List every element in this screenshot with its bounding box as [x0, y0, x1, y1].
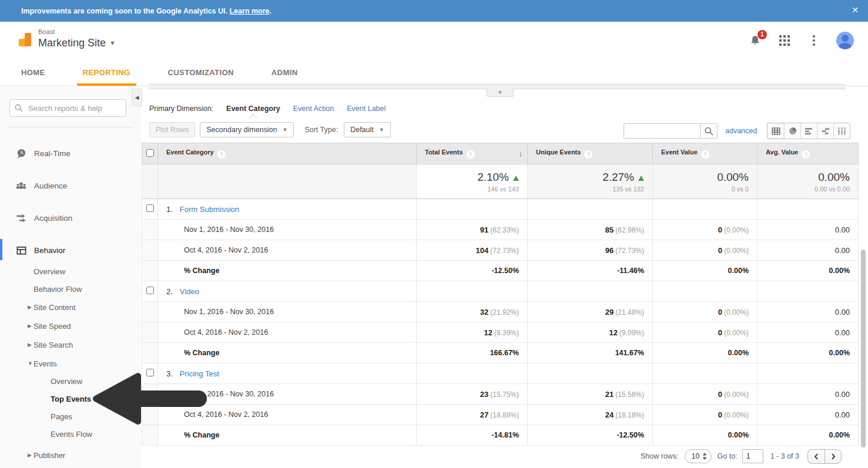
notifications-button[interactable]: 1 — [748, 33, 762, 48]
help-icon[interactable]: ? — [802, 150, 810, 159]
comparison-icon — [821, 127, 830, 135]
row-range: 1 - 3 of 3 — [770, 452, 799, 460]
table-row: Oct 4, 2016 - Nov 2, 2016 12(8.39%) 12(9… — [142, 322, 859, 343]
promo-banner: Improvements are coming soon to the Goog… — [0, 0, 868, 22]
nav-home[interactable]: HOME — [15, 59, 51, 86]
previous-page-button[interactable] — [807, 449, 825, 464]
nav-admin[interactable]: ADMIN — [266, 59, 304, 86]
help-icon[interactable]: ? — [217, 150, 226, 159]
help-icon[interactable]: ? — [467, 150, 475, 159]
vertical-scrollbar[interactable] — [861, 250, 866, 447]
goto-page-input[interactable] — [742, 449, 763, 463]
event-category-link[interactable]: Form Submission — [180, 205, 239, 214]
col-unique-events[interactable]: Unique Events? — [528, 143, 653, 164]
up-arrow-icon — [638, 176, 644, 181]
show-rows-label: Show rows: — [641, 452, 679, 460]
row-checkbox[interactable] — [146, 369, 154, 376]
property-selector[interactable]: Marketing Site▼ — [38, 37, 116, 49]
sidebar-item-events[interactable]: ▼Events — [0, 355, 141, 372]
chevron-right-icon: ▶ — [28, 323, 33, 329]
apps-grid-icon — [779, 35, 790, 46]
sidebar-item-realtime[interactable]: Real-Time — [0, 144, 141, 162]
sidebar-item-audience[interactable]: Audience — [0, 177, 141, 194]
chevron-down-icon: ▼ — [379, 127, 384, 133]
plot-rows-button[interactable]: Plot Rows — [149, 122, 195, 137]
table-row: Oct 4, 2016 - Nov 2, 2016 27(18.88%) 24(… — [142, 405, 859, 425]
view-table-button[interactable] — [768, 123, 784, 139]
sidebar-divider — [7, 127, 134, 127]
sidebar-item-site-speed[interactable]: ▶Site Speed — [0, 318, 141, 334]
sidebar-item-site-content[interactable]: ▶Site Content — [0, 299, 141, 315]
dimension-event-label[interactable]: Event Label — [347, 105, 386, 113]
acquisition-icon — [15, 212, 27, 224]
sidebar-item-pages[interactable]: Pages — [0, 408, 141, 425]
chevron-down-icon: ▼ — [28, 361, 33, 366]
view-comparison-button[interactable] — [817, 123, 833, 139]
sidebar-search[interactable] — [9, 99, 126, 117]
show-rows-select[interactable]: 10 — [685, 449, 712, 463]
more-options-button[interactable] — [807, 33, 821, 48]
chevron-down-icon: ▼ — [283, 127, 288, 133]
chevron-down-icon: ▼ — [109, 39, 116, 46]
col-total-events[interactable]: Total Events?↓ — [417, 143, 528, 164]
primary-dimension-label: Primary Dimension: — [149, 105, 213, 113]
dimension-event-action[interactable]: Event Action — [293, 105, 334, 113]
row-checkbox[interactable] — [146, 204, 154, 212]
summary-total-events: 2.10%146 vs 143 — [417, 164, 528, 199]
chart-expand-tab[interactable]: ▼ — [487, 89, 514, 97]
bar-chart-icon — [805, 127, 813, 135]
sidebar-search-input[interactable] — [27, 103, 118, 113]
row-checkbox[interactable] — [146, 287, 154, 294]
next-page-button[interactable] — [825, 449, 842, 464]
event-category-link[interactable]: Pricing Test — [180, 369, 219, 378]
sidebar-item-behavior[interactable]: Behavior — [0, 241, 141, 259]
goto-label: Go to: — [718, 452, 738, 460]
chevron-down-icon: ▼ — [498, 90, 502, 95]
help-icon[interactable]: ? — [701, 150, 709, 159]
secondary-dimension-button[interactable]: Secondary dimension▼ — [200, 122, 294, 137]
sidebar-item-top-events[interactable]: Top Events — [0, 390, 141, 407]
table-row: Oct 4, 2016 - Nov 2, 2016 104(72.73%) 96… — [142, 240, 859, 261]
dimension-event-category[interactable]: Event Category — [226, 105, 280, 113]
advanced-search-link[interactable]: advanced — [725, 127, 757, 135]
sidebar-collapse-button[interactable]: ◀ — [132, 89, 142, 106]
apps-grid-button[interactable] — [777, 33, 792, 48]
help-icon[interactable]: ? — [584, 150, 592, 159]
nav-reporting[interactable]: REPORTING — [77, 59, 136, 86]
sidebar-item-acquisition[interactable]: Acquisition — [0, 209, 141, 227]
view-performance-button[interactable] — [800, 123, 817, 139]
col-event-category[interactable]: Event Category? — [158, 143, 417, 164]
summary-avg-value: 0.00%0.00 vs 0.00 — [758, 164, 859, 199]
col-event-value[interactable]: Event Value? — [653, 143, 758, 164]
table-row: 2.Video — [142, 281, 859, 302]
banner-close-icon[interactable]: ✕ — [852, 5, 859, 15]
analytics-logo-icon — [18, 32, 34, 48]
event-category-link[interactable]: Video — [180, 287, 199, 296]
pivot-icon — [837, 127, 846, 135]
view-percentage-button[interactable] — [784, 123, 800, 139]
behavior-icon — [15, 244, 27, 256]
sidebar-item-events-overview[interactable]: Overview — [0, 373, 141, 389]
view-pivot-button[interactable] — [833, 123, 850, 139]
primary-dimension-row: Primary Dimension: Event Category Event … — [149, 105, 386, 113]
user-avatar[interactable] — [836, 32, 854, 49]
nav-customization[interactable]: CUSTOMIZATION — [162, 59, 240, 86]
sidebar-item-site-search[interactable]: ▶Site Search — [0, 336, 141, 353]
account-name: Boast — [38, 28, 55, 35]
table-row: % Change -14.81% -12.50% 0.00% 0.00% — [142, 425, 859, 446]
learn-more-link[interactable]: Learn more — [229, 7, 269, 15]
col-avg-value[interactable]: Avg. Value? — [758, 143, 859, 164]
sidebar-item-behavior-flow[interactable]: Behavior Flow — [0, 281, 141, 297]
realtime-icon — [15, 147, 27, 159]
sort-descending-icon[interactable]: ↓ — [519, 149, 523, 158]
sort-type-button[interactable]: Default▼ — [344, 122, 391, 137]
sidebar-item-behavior-overview[interactable]: Overview — [0, 263, 141, 280]
summary-unique-events: 2.27%135 vs 132 — [528, 164, 653, 199]
select-all-checkbox[interactable] — [146, 149, 154, 157]
summary-row: 2.10%146 vs 143 2.27%135 vs 132 0.00%0 v… — [142, 164, 859, 199]
sidebar-item-events-flow[interactable]: Events Flow — [0, 426, 141, 442]
banner-text: Improvements are coming soon to the Goog… — [21, 7, 227, 15]
table-search-input[interactable] — [624, 123, 700, 139]
table-search-button[interactable] — [700, 123, 718, 139]
table-row: 3.Pricing Test — [142, 363, 859, 384]
